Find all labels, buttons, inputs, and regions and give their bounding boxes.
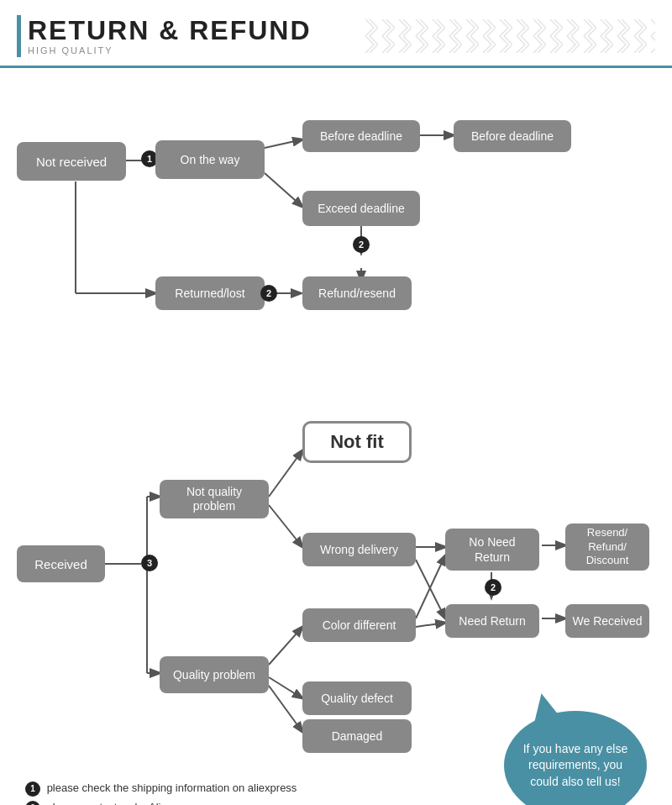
- returned-lost-box: Returned/lost: [155, 276, 265, 310]
- page-subtitle: HIGH QUALITY: [28, 45, 312, 55]
- received-box: Received: [17, 545, 105, 582]
- received-diagram: 3 Received Not quality problem Quality p…: [17, 371, 655, 757]
- on-the-way-box: On the way: [155, 140, 265, 179]
- not-fit-box: Not fit: [302, 421, 412, 463]
- svg-line-3: [265, 173, 302, 207]
- refund-resend-box: Refund/resend: [302, 276, 412, 310]
- decorative-pattern: [361, 19, 655, 53]
- wrong-delivery-box: Wrong delivery: [302, 533, 416, 566]
- badge-2-need: 2: [485, 579, 501, 596]
- badge-2-returned: 2: [260, 285, 277, 302]
- svg-line-23: [416, 623, 445, 627]
- not-received-diagram: 1 Not received On the way Before deadlin…: [17, 76, 655, 362]
- page-title: RETURN & REFUND: [28, 17, 312, 44]
- svg-line-22: [416, 555, 445, 618]
- badge-note-2: 2: [25, 801, 40, 805]
- not-quality-problem-box: Not quality problem: [160, 480, 269, 518]
- need-return-box: Need Return: [445, 604, 539, 638]
- resend-refund-discount-box: Resend/ Refund/ Discount: [565, 524, 649, 571]
- header-text: RETURN & REFUND HIGH QUALITY: [28, 17, 312, 55]
- svg-line-2: [265, 139, 302, 148]
- svg-line-21: [416, 560, 445, 618]
- badge-3: 3: [141, 555, 158, 571]
- before-deadline-2-box: Before deadline: [454, 120, 571, 152]
- svg-line-17: [269, 627, 302, 665]
- svg-line-19: [269, 686, 302, 732]
- we-received-box: We Received: [565, 604, 649, 638]
- not-received-box: Not received: [17, 142, 126, 181]
- quality-problem-box: Quality problem: [160, 656, 269, 693]
- svg-line-15: [269, 450, 302, 497]
- header-brand: RETURN & REFUND HIGH QUALITY: [17, 15, 312, 57]
- damaged-box: Damaged: [302, 719, 412, 753]
- color-different-box: Color different: [302, 608, 416, 642]
- svg-rect-0: [361, 19, 655, 53]
- exceed-deadline-box: Exceed deadline: [302, 191, 420, 226]
- before-deadline-1-box: Before deadline: [302, 120, 420, 152]
- svg-line-16: [269, 505, 302, 547]
- badge-note-1: 1: [25, 781, 40, 797]
- no-need-return-box: No Need Return: [445, 529, 539, 571]
- page-header: RETURN & REFUND HIGH QUALITY: [0, 0, 672, 68]
- badge-2-exceed: 2: [353, 236, 370, 253]
- svg-line-18: [269, 677, 302, 698]
- quality-defect-box: Quality defect: [302, 681, 412, 715]
- bubble-text: If you have any else requirements, you c…: [517, 741, 634, 791]
- accent-bar: [17, 15, 21, 57]
